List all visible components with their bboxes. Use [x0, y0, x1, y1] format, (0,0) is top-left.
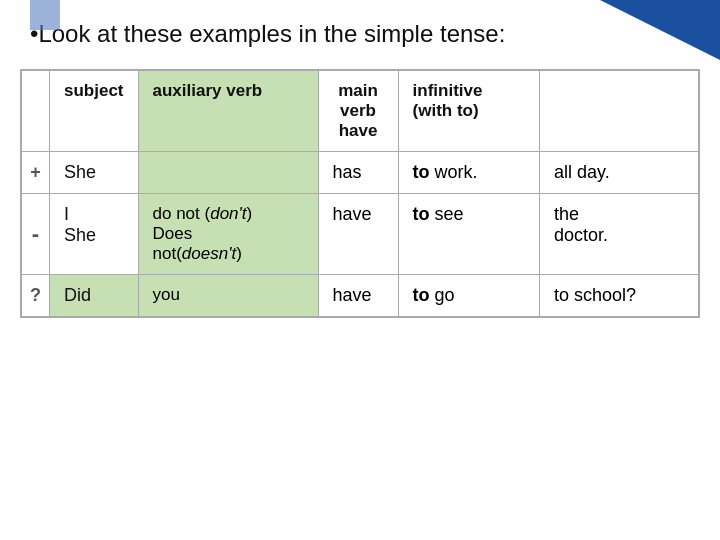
- top-decoration-triangle: [600, 0, 720, 60]
- negative-infinitive: to see: [398, 194, 540, 275]
- question-to: to: [413, 285, 430, 305]
- dont-italic: don't: [210, 204, 246, 223]
- plus-symbol: +: [22, 152, 50, 194]
- positive-row: + She has to work. all day.: [22, 152, 699, 194]
- heading-text: Look at these examples in the simple ten…: [38, 20, 505, 47]
- extra-header: [540, 71, 699, 152]
- question-subject: Did: [50, 275, 139, 317]
- positive-infinitive: to work.: [398, 152, 540, 194]
- top-decoration-rect: [30, 0, 60, 30]
- header-row: subject auxiliary verb main verb have in…: [22, 71, 699, 152]
- negative-subject: I She: [50, 194, 139, 275]
- page-container: •Look at these examples in the simple te…: [0, 0, 720, 540]
- main-verb-header-inner: main verb have: [333, 81, 384, 141]
- main-label: main: [338, 81, 378, 100]
- negative-verb: see: [430, 204, 464, 224]
- does-text: Does: [153, 224, 193, 243]
- question-main-verb: have: [318, 275, 398, 317]
- negative-extra-1: the: [554, 204, 579, 224]
- positive-aux: [138, 152, 318, 194]
- question-symbol: ?: [22, 275, 50, 317]
- positive-main-verb: has: [318, 152, 398, 194]
- question-row: ? Did you have to go to school?: [22, 275, 699, 317]
- infinitive-header: infinitive (with to): [398, 71, 540, 152]
- question-infinitive: to go: [398, 275, 540, 317]
- minus-symbol: -: [22, 194, 50, 275]
- verb-label: verb: [340, 101, 376, 120]
- negative-subject-i: I: [64, 204, 69, 224]
- table-wrapper: subject auxiliary verb main verb have in…: [20, 69, 700, 318]
- question-verb: go: [430, 285, 455, 305]
- with-to-label: (with to): [413, 101, 479, 120]
- symbol-header-cell: [22, 71, 50, 152]
- positive-extra: all day.: [540, 152, 699, 194]
- negative-subject-she: She: [64, 225, 96, 245]
- subject-header: subject: [50, 71, 139, 152]
- negative-row: - I She do not (don't) Does not(doesn't)…: [22, 194, 699, 275]
- negative-extra: the doctor.: [540, 194, 699, 275]
- negative-aux: do not (don't) Does not(doesn't): [138, 194, 318, 275]
- question-extra: to school?: [540, 275, 699, 317]
- grammar-table: subject auxiliary verb main verb have in…: [21, 70, 699, 317]
- have-label: have: [339, 121, 378, 140]
- positive-to: to: [413, 162, 430, 182]
- infinitive-label: infinitive: [413, 81, 483, 100]
- positive-verb: work.: [430, 162, 478, 182]
- question-aux: you: [138, 275, 318, 317]
- negative-to: to: [413, 204, 430, 224]
- negative-main-verb: have: [318, 194, 398, 275]
- positive-subject: She: [50, 152, 139, 194]
- auxiliary-verb-header: auxiliary verb: [138, 71, 318, 152]
- doesnt-text: not(doesn't): [153, 244, 242, 263]
- doesnt-italic: doesn't: [182, 244, 236, 263]
- main-verb-header: main verb have: [318, 71, 398, 152]
- negative-extra-2: doctor.: [554, 225, 608, 245]
- dont-text: do not (don't): [153, 204, 253, 223]
